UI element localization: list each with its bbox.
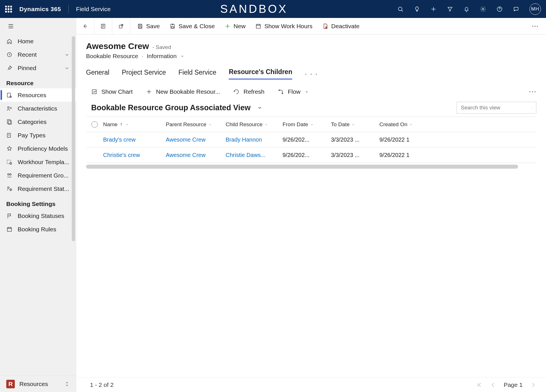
prev-page-icon[interactable] [490, 382, 496, 388]
tab-project-service[interactable]: Project Service [122, 69, 166, 79]
new-child-button[interactable]: New Bookable Resour... [146, 88, 220, 95]
back-button[interactable] [76, 18, 94, 34]
nav-item-booking-statuses[interactable]: Booking Statuses [0, 209, 76, 222]
app-name-label[interactable]: Field Service [76, 6, 111, 13]
help-icon[interactable] [496, 6, 503, 12]
tab-resources-children[interactable]: Resource's Children [229, 68, 292, 79]
column-parent-resource[interactable]: Parent Resource [166, 121, 226, 128]
nav-item-requirement-statuses[interactable]: Requirement Stat... [0, 182, 76, 195]
new-button[interactable]: New [224, 23, 246, 30]
cell-name[interactable]: Brady's crew [103, 136, 166, 143]
column-child-resource[interactable]: Child Resource [226, 121, 283, 128]
nav-label: Workhour Templa... [18, 159, 69, 166]
req-group-icon [6, 172, 13, 179]
svg-rect-18 [7, 160, 11, 164]
nav-item-recent[interactable]: Recent [0, 48, 76, 61]
svg-point-14 [8, 107, 9, 108]
column-to-date[interactable]: To Date [331, 121, 379, 128]
search-input[interactable] [460, 104, 529, 111]
site-nav: Home Recent Pinned Resource Resources [0, 18, 76, 392]
search-icon[interactable] [532, 105, 533, 111]
grid-row[interactable]: Christie's crew Awesome Crew Christie Da… [86, 148, 536, 163]
environment-label: SANDBOX [220, 3, 288, 15]
area-badge: R [6, 380, 15, 388]
gear-icon[interactable] [480, 6, 486, 12]
cell-child[interactable]: Brady Hannon [226, 136, 283, 143]
nav-item-workhour-templates[interactable]: Workhour Templa... [0, 155, 76, 169]
refresh-button[interactable]: Refresh [233, 88, 265, 95]
nav-label: Pay Types [18, 132, 46, 139]
search-box[interactable] [457, 102, 536, 114]
select-all[interactable] [86, 121, 103, 128]
nav-item-resources[interactable]: Resources [0, 88, 76, 102]
lightbulb-icon[interactable] [414, 6, 420, 12]
plus-icon[interactable] [430, 6, 437, 12]
filter-icon[interactable] [447, 6, 453, 12]
nav-item-pinned[interactable]: Pinned [0, 61, 76, 75]
area-label: Resources [19, 381, 48, 387]
tab-general[interactable]: General [86, 69, 109, 79]
svg-rect-7 [514, 7, 518, 10]
save-close-label: Save & Close [179, 23, 215, 30]
record-form-label[interactable]: Information [147, 53, 177, 60]
chevron-down-icon [208, 122, 212, 126]
svg-point-21 [10, 173, 11, 175]
nav-section-resource: Resource [0, 75, 76, 88]
column-name[interactable]: Name [103, 121, 166, 128]
column-from-date[interactable]: From Date [283, 121, 331, 128]
nav-label: Booking Rules [18, 226, 56, 233]
chat-icon[interactable] [513, 6, 519, 12]
nav-collapse-button[interactable] [0, 18, 76, 34]
save-icon [137, 23, 143, 29]
new-label: New [234, 23, 246, 30]
deactivate-label: Deactivate [331, 23, 359, 30]
command-overflow[interactable]: ⋮ [524, 18, 546, 34]
show-chart-button[interactable]: Show Chart [91, 88, 133, 95]
chevron-down-icon [257, 105, 263, 111]
chevron-down-icon [264, 122, 268, 126]
area-switcher[interactable]: R Resources [0, 375, 76, 392]
deactivate-button[interactable]: Deactivate [322, 23, 359, 30]
nav-item-requirement-groups[interactable]: Requirement Gro... [0, 169, 76, 182]
horizontal-scrollbar[interactable] [86, 165, 518, 169]
cell-name[interactable]: Christie's crew [103, 152, 166, 158]
grid-row[interactable]: Brady's crew Awesome Crew Brady Hannon 9… [86, 132, 536, 148]
user-avatar[interactable]: MH [529, 3, 541, 15]
form-tabs: General Project Service Field Service Re… [76, 60, 546, 79]
paytypes-icon [6, 132, 13, 138]
cell-child[interactable]: Christie Daws... [226, 152, 283, 158]
nav-item-pay-types[interactable]: Pay Types [0, 128, 76, 142]
tab-field-service[interactable]: Field Service [179, 69, 216, 79]
brand-label[interactable]: Dynamics 365 [19, 6, 61, 13]
subgrid-overflow[interactable]: ⋮ [529, 88, 536, 95]
svg-rect-32 [256, 24, 261, 28]
save-button[interactable]: Save [137, 23, 160, 30]
open-in-new-button[interactable] [112, 18, 130, 34]
nav-item-characteristics[interactable]: Characteristics [0, 102, 76, 115]
svg-point-40 [532, 107, 533, 108]
svg-rect-29 [171, 26, 173, 28]
flow-button[interactable]: Flow [278, 88, 309, 95]
search-icon[interactable] [397, 6, 404, 12]
chevron-down-icon[interactable] [180, 54, 185, 58]
column-created-on[interactable]: Created On [379, 121, 431, 128]
svg-point-22 [8, 187, 9, 188]
nav-item-categories[interactable]: Categories [0, 115, 76, 128]
bell-icon[interactable] [463, 6, 470, 12]
app-launcher-icon[interactable] [5, 6, 12, 13]
nav-label: Booking Statuses [18, 213, 64, 219]
tab-overflow[interactable]: · · · [305, 70, 318, 78]
cell-parent[interactable]: Awesome Crew [166, 152, 226, 158]
cell-parent[interactable]: Awesome Crew [166, 136, 226, 143]
first-page-icon[interactable] [476, 382, 482, 388]
open-record-set-button[interactable] [94, 18, 112, 34]
nav-item-home[interactable]: Home [0, 34, 76, 48]
view-selector[interactable]: Bookable Resource Group Associated View [91, 103, 263, 112]
nav-item-proficiency-models[interactable]: Proficiency Models [0, 142, 76, 155]
plus-icon [146, 89, 152, 95]
flag-icon [6, 213, 13, 219]
show-work-hours-button[interactable]: Show Work Hours [255, 23, 312, 30]
save-close-button[interactable]: Save & Close [169, 23, 215, 30]
next-page-icon[interactable] [530, 382, 536, 388]
nav-item-booking-rules[interactable]: Booking Rules [0, 222, 76, 236]
